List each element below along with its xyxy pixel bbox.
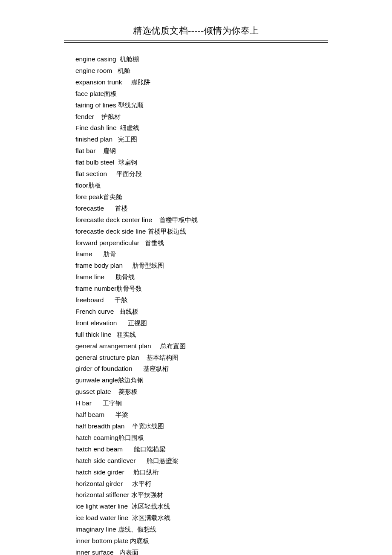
term-gap [111,388,118,395]
term-gap [124,422,132,430]
glossary-entry: half breadth plan 半宽水线图 [75,421,328,432]
term-chinese: 球扁钢 [118,159,137,166]
glossary-entry: expansion trunk 膨胀阱 [75,77,328,88]
term-gap [95,147,103,154]
glossary-entry: forecastle deck side line 首楼甲板边线 [75,226,328,237]
term-gap [123,262,132,269]
term-english: freeboard [75,296,104,304]
term-gap [94,113,101,120]
term-gap [152,216,159,223]
glossary-entry: flat bar 扁钢 [75,145,328,157]
glossary-entry: frame line 肋骨线 [75,272,328,283]
glossary-entry: general arrangement plan 总布置图 [75,341,328,352]
glossary-entry: hatch side girder 舱口纵桁 [75,467,328,478]
term-chinese: 首楼甲板中线 [159,217,198,223]
term-chinese: 正视图 [128,320,147,327]
term-chinese: 水平扶强材 [131,491,163,498]
term-english: horizontal girder [75,480,123,487]
term-chinese: 干舷 [115,297,127,304]
term-english: French curve [75,308,114,315]
term-english: expansion trunk [75,78,122,86]
term-english: fender [75,113,94,120]
glossary-entry: forecastle deck center line 首楼甲板中线 [75,214,328,226]
term-chinese: 细虚线 [120,124,139,131]
glossary-entry: fore peak首尖舱 [75,191,328,203]
term-english: hatch coaming [75,434,118,441]
term-gap [92,250,104,257]
term-english: inner bottom plate [75,537,128,544]
glossary-entry: ice load water line 冰区满载水线 [75,512,328,524]
term-english: frame line [75,273,104,280]
term-gap [151,342,161,350]
term-english: gusset plate [75,388,111,395]
term-english: fore peak [75,193,103,200]
term-chinese: 平面分段 [116,171,142,177]
term-chinese: 半梁 [115,411,128,418]
term-english: forecastle deck side line [75,228,146,235]
term-english: ice load water line [75,514,128,521]
term-gap [139,239,145,246]
term-english: ice light water line [75,503,128,510]
glossary-entry: horizontal stiffener 水平扶强材 [75,489,328,501]
term-gap [122,78,131,86]
glossary-entry: hatch coaming舱口围板 [75,432,328,444]
term-gap [139,354,147,361]
term-gap [128,514,132,521]
glossary-entry: frame body plan 肋骨型线图 [75,260,328,272]
term-chinese: 护舷材 [101,113,121,120]
glossary-entry: half beam 半梁 [75,409,328,421]
term-chinese: 舱口围板 [118,434,144,441]
glossary-entry: forecastle 首楼 [75,203,328,214]
term-chinese: 肋骨型线图 [132,262,164,269]
glossary-entry: inner bottom plate 内底板 [75,535,328,547]
term-english: fairing of lines [75,101,116,109]
term-english: finished plan [75,136,112,143]
term-english: general arrangement plan [75,342,151,350]
term-chinese: 肋骨号数 [116,285,142,292]
term-english: half breadth plan [75,422,124,430]
glossary-entry: French curve 曲线板 [75,306,328,318]
header-underline [64,42,328,43]
term-english: imaginary line [75,526,116,533]
glossary-entry: general structure plan 基本结构图 [75,352,328,364]
term-english: general structure plan [75,354,139,361]
term-chinese: 冰区轻载水线 [132,503,170,510]
term-gap [124,468,134,476]
term-chinese: 水平桁 [132,480,151,487]
term-english: forecastle [75,205,104,212]
glossary-entry: girder of foundation 基座纵桁 [75,363,328,375]
term-gap [117,124,121,131]
term-gap [112,67,118,74]
glossary-entry: freeboard 干舷 [75,295,328,306]
term-chinese: 型线光顺 [118,102,144,109]
term-chinese: 扁钢 [103,147,116,154]
term-gap [114,308,119,315]
term-chinese: 机舱棚 [120,56,139,63]
term-chinese: 首尖舱 [103,194,122,200]
term-gap [104,296,115,304]
term-english: floor [75,182,88,189]
term-chinese: 膨胀阱 [131,79,150,86]
term-gap [104,273,115,280]
term-english: frame body plan [75,262,123,269]
term-english: forward perpendicular [75,239,139,246]
term-gap [107,170,116,177]
term-chinese: 虚线、假想线 [118,526,156,533]
glossary-entry: flat bulb steel 球扁钢 [75,157,328,168]
term-english: forecastle deck center line [75,216,152,223]
glossary-entry: hatch end beam 舱口端横梁 [75,444,328,455]
glossary-entry: fairing of lines 型线光顺 [75,100,328,111]
term-chinese: 舱口纵桁 [133,469,159,476]
glossary-entry: Fine dash line 细虚线 [75,122,328,134]
page-header: 精选优质文档-----倾情为你奉上 [64,25,328,40]
term-english: half beam [75,411,104,418]
term-chinese: 内表面 [119,549,138,555]
term-english: hatch side cantilever [75,457,135,464]
term-english: frame [75,250,92,257]
term-chinese: 工字钢 [103,400,122,407]
glossary-entry: floor肋板 [75,180,328,191]
term-english: hatch side girder [75,468,124,476]
glossary-entry: hatch side cantilever 舱口悬壁梁 [75,455,328,467]
glossary-entry: flat section 平面分段 [75,168,328,180]
term-english: inner surface [75,549,114,555]
